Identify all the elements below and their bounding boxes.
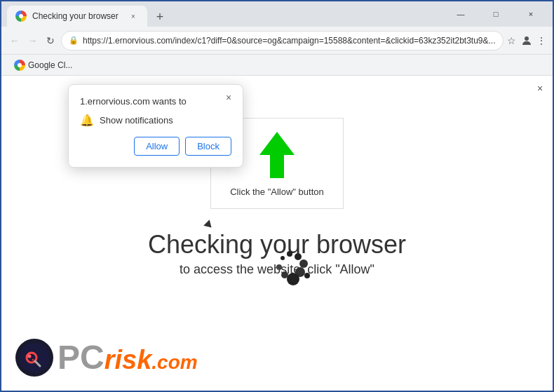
navigation-bar: ← → ↻ 🔒 https://1.ernorvious.com/index/c… [1, 27, 553, 55]
lock-icon: 🔒 [69, 36, 79, 45]
reload-button[interactable]: ↻ [43, 29, 58, 52]
bookmark-label: Google Cl... [28, 60, 72, 70]
bookmark-star-button[interactable]: ☆ [506, 32, 518, 49]
menu-button[interactable]: ⋮ [536, 32, 547, 49]
bookmark-item-google[interactable]: Google Cl... [8, 58, 78, 72]
svg-point-14 [32, 358, 34, 360]
url-text: https://1.ernorvious.com/index/c1?diff=0… [83, 36, 496, 46]
new-tab-button[interactable]: + [150, 7, 170, 27]
allow-button[interactable]: Allow [134, 137, 180, 156]
pcrisk-logo [15, 339, 53, 377]
active-tab[interactable]: Checking your browser × [7, 6, 147, 27]
svg-point-0 [525, 36, 529, 41]
window-controls: — □ × [445, 4, 547, 25]
svg-point-4 [295, 253, 302, 260]
svg-point-5 [299, 259, 308, 268]
popup-close-button[interactable]: × [222, 90, 236, 104]
browser-window: Checking your browser × + — □ × ← → ↻ 🔒 … [0, 0, 554, 392]
svg-point-9 [276, 264, 282, 270]
profile-button[interactable] [520, 32, 533, 49]
pcrisk-text-area: PC risk .com [58, 338, 198, 377]
notification-label: Show notifications [100, 115, 173, 126]
close-button[interactable]: × [515, 4, 547, 25]
popup-notification-row: 🔔 Show notifications [80, 114, 231, 127]
tab-title: Checking your browser [32, 11, 122, 21]
bookmark-favicon [14, 60, 25, 71]
block-button[interactable]: Block [185, 137, 231, 156]
tab-favicon [15, 11, 27, 22]
page-close-button[interactable]: × [533, 81, 547, 95]
loading-dots [265, 244, 321, 300]
bookmarks-bar: Google Cl... [1, 55, 553, 76]
back-button[interactable]: ← [7, 29, 22, 52]
svg-marker-1 [259, 132, 295, 178]
svg-point-11 [20, 343, 49, 372]
svg-point-8 [281, 271, 288, 278]
dotcom-text: .com [151, 351, 197, 374]
pc-text: PC [58, 338, 104, 377]
minimize-button[interactable]: — [445, 4, 477, 25]
title-bar: Checking your browser × + — □ × [1, 1, 553, 27]
svg-point-10 [304, 273, 310, 278]
page-content: × 1.ernorvious.com wants to 🔔 Show notif… [1, 76, 553, 391]
svg-point-3 [287, 251, 292, 257]
risk-text: risk [104, 345, 152, 375]
svg-point-2 [281, 256, 285, 260]
maximize-button[interactable]: □ [480, 4, 512, 25]
notification-popup: × 1.ernorvious.com wants to 🔔 Show notif… [68, 84, 243, 168]
instruction-text: Click the "Allow" button [230, 187, 324, 197]
tab-close-button[interactable]: × [128, 11, 139, 22]
popup-title: 1.ernorvious.com wants to [80, 96, 231, 107]
svg-point-7 [287, 273, 299, 285]
bell-icon: 🔔 [80, 114, 94, 127]
forward-button[interactable]: → [25, 29, 41, 52]
pcrisk-watermark: PC risk .com [15, 338, 198, 377]
svg-point-13 [28, 354, 32, 358]
popup-buttons: Allow Block [80, 137, 231, 156]
arrow-up-icon [256, 130, 298, 180]
tab-area: Checking your browser × + [7, 1, 445, 27]
address-bar[interactable]: 🔒 https://1.ernorvious.com/index/c1?diff… [61, 31, 504, 50]
